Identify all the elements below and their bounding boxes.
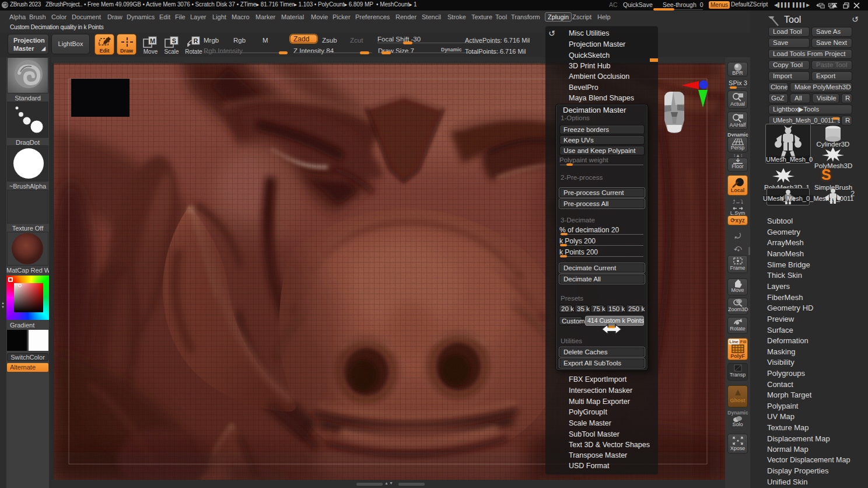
svg-text:M: M [150,37,155,44]
svg-text:R: R [194,37,198,44]
svg-text:S: S [172,37,176,44]
